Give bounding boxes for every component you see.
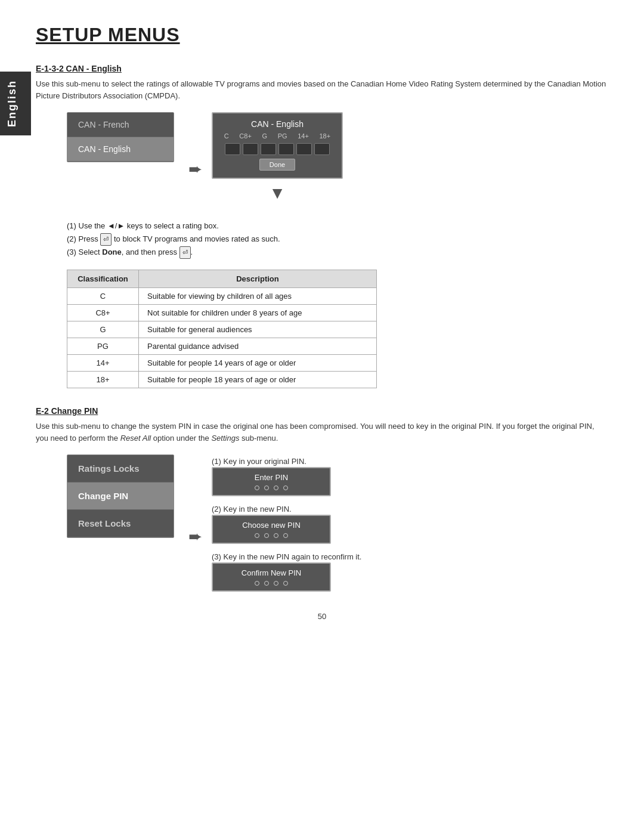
table-cell-description: Not suitable for children under 8 years … [139,305,377,321]
table-cell-description: Parental guidance advised [139,338,377,355]
enter-key-icon2: ⏎ [179,246,191,259]
table-header-classification: Classification [67,270,139,288]
choose-pin-box[interactable]: Choose new PIN [212,515,331,544]
table-row: PGParental guidance advised [67,338,377,355]
reset-locks-item[interactable]: Reset Locks [67,510,174,537]
pin-dot [255,533,259,538]
enter-pin-label: Enter PIN [219,472,324,483]
change-pin-item[interactable]: Change PIN [67,483,174,510]
page-number: 50 [36,612,608,621]
down-arrow-icon: ▼ [269,184,286,203]
pin-dot [283,533,288,538]
can-french-item[interactable]: CAN - French [67,113,174,137]
pin-dot [264,533,269,538]
rating-labels-row: C C8+ G PG 14+ 18+ [219,132,336,140]
table-cell-description: Suitable for general audiences [139,321,377,338]
enter-pin-box[interactable]: Enter PIN [212,467,331,496]
rating-label-18: 18+ [319,132,330,140]
instruction-1: (1) Use the ◄/► keys to select a rating … [67,219,608,233]
instruction-3: (3) Select Done, and then press ⏎. [67,246,608,259]
section2-heading: E-2 Change PIN [36,406,608,416]
table-cell-classification: 14+ [67,355,139,372]
rating-box-18[interactable] [314,143,330,155]
rating-label-c: C [224,132,229,140]
ratings-locks-item[interactable]: Ratings Locks [67,455,174,483]
rating-label-c8: C8+ [239,132,252,140]
pin-dot [274,533,278,538]
rating-box-c[interactable] [225,143,240,155]
can-menu-box: CAN - French CAN - English [67,112,174,162]
table-row: 14+Suitable for people 14 years of age o… [67,355,377,372]
rating-box-g[interactable] [261,143,276,155]
pin-step-3-instruction: (3) Key in the new PIN again to reconfir… [212,552,361,561]
confirm-pin-label: Confirm New PIN [219,567,324,579]
panel-title: CAN - English [219,119,336,129]
rating-label-14: 14+ [298,132,309,140]
table-cell-description: Suitable for people 14 years of age or o… [139,355,377,372]
enter-key-icon: ⏎ [100,233,112,246]
instruction-2: (2) Press ⏎ to block TV programs and mov… [67,233,608,246]
pin-dot [255,581,259,586]
can-english-instructions: (1) Use the ◄/► keys to select a rating … [67,219,608,259]
pin-step-1-instruction: (1) Key in your original PIN. [212,457,361,466]
table-cell-description: Suitable for viewing by children of all … [139,288,377,305]
sidebar-english-label: English [0,72,31,135]
table-row: 18+Suitable for people 18 years of age o… [67,372,377,388]
pin-step-2-instruction: (2) Key in the new PIN. [212,505,361,514]
section1-heading: E-1-3-2 CAN - English [36,64,608,73]
ratings-table: Classification Description CSuitable for… [67,270,377,388]
rating-box-pg[interactable] [278,143,294,155]
pin-menu-box: Ratings Locks Change PIN Reset Locks [67,454,174,538]
pin-dot [283,581,288,586]
done-button[interactable]: Done [259,159,295,171]
rating-label-g: G [262,132,267,140]
table-cell-classification: 18+ [67,372,139,388]
pin-dots-2 [219,533,324,538]
table-cell-classification: C8+ [67,305,139,321]
can-english-item[interactable]: CAN - English [67,137,174,162]
pin-dots-3 [219,581,324,586]
confirm-pin-box[interactable]: Confirm New PIN [212,562,331,592]
pin-dot [274,581,278,586]
pin-dot [255,485,259,490]
section2-description: Use this sub-menu to change the system P… [36,420,608,444]
table-row: C8+Not suitable for children under 8 yea… [67,305,377,321]
table-cell-classification: G [67,321,139,338]
rating-label-pg: PG [278,132,287,140]
pin-dot [264,581,269,586]
pin-dot [264,485,269,490]
table-cell-description: Suitable for people 18 years of age or o… [139,372,377,388]
page-title: SETUP MENUS [36,24,608,46]
table-cell-classification: PG [67,338,139,355]
arrow-right-icon: ➨ [188,159,202,179]
table-header-description: Description [139,270,377,288]
pin-dot [274,485,278,490]
choose-pin-label: Choose new PIN [219,519,324,531]
rating-box-14[interactable] [296,143,312,155]
pin-steps: (1) Key in your original PIN. Enter PIN … [212,457,361,594]
table-row: CSuitable for viewing by children of all… [67,288,377,305]
pin-arrow-right-icon: ➨ [188,527,202,546]
table-cell-classification: C [67,288,139,305]
pin-dot [283,485,288,490]
pin-dots-1 [219,485,324,490]
rating-bar-row [219,143,336,155]
rating-box-c8[interactable] [243,143,258,155]
can-english-panel: CAN - English C C8+ G PG 14+ 18+ Done [212,112,343,179]
section1-description: Use this sub-menu to select the ratings … [36,78,608,101]
table-row: GSuitable for general audiences [67,321,377,338]
